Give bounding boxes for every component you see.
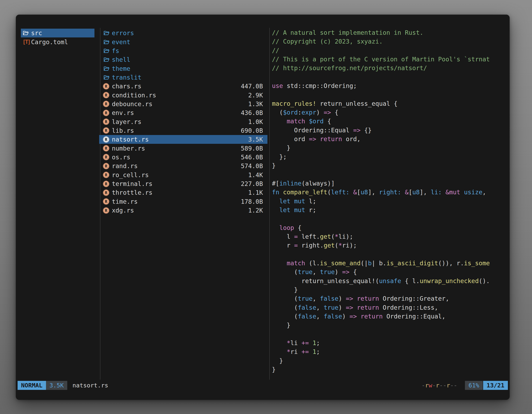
file-row[interactable]: [T]Cargo.toml <box>21 38 95 46</box>
code-line <box>272 170 510 179</box>
folder-open-icon <box>103 39 112 45</box>
file-row[interactable]: Rrand.rs574.0B <box>99 162 267 170</box>
file-size: 1.1K <box>248 189 267 196</box>
file-row[interactable]: Rchars.rs447.0B <box>99 82 267 91</box>
file-size: 227.0B <box>241 180 267 187</box>
mode-badge: NORMAL <box>18 381 46 390</box>
file-name: Cargo.toml <box>31 39 68 46</box>
folder-open-icon <box>103 66 112 72</box>
rust-file-icon: R <box>103 128 112 133</box>
file-size: 1.0K <box>248 118 267 125</box>
rust-file-icon: R <box>103 208 112 213</box>
code-line: fn compare_left(left: &[u8], right: &[u8… <box>272 188 510 197</box>
folder-open-icon <box>103 48 112 54</box>
file-size-badge: 3.5K <box>46 381 67 390</box>
code-line: Ordering::Equal => {} <box>272 126 510 135</box>
file-name: debounce.rs <box>112 100 152 108</box>
file-row[interactable]: event <box>99 38 267 46</box>
file-row[interactable]: Rxdg.rs1.2K <box>99 206 267 215</box>
folder-open-icon <box>103 74 112 81</box>
file-name: terminal.rs <box>112 180 152 187</box>
rust-file-icon: R <box>103 145 112 151</box>
file-row[interactable]: fs <box>99 47 267 55</box>
file-size: 3.5K <box>248 136 267 143</box>
file-size: 1.3K <box>248 100 267 108</box>
code-line: } <box>272 321 510 329</box>
file-name: theme <box>112 65 130 72</box>
file-row[interactable]: Rlayer.rs1.0K <box>99 117 267 126</box>
file-row[interactable]: Ros.rs546.0B <box>99 153 267 162</box>
file-name: number.rs <box>112 145 145 152</box>
preview-pane[interactable]: // A natural sort implementation in Rust… <box>272 28 510 379</box>
code-line: } <box>272 143 510 152</box>
file-row[interactable]: Renv.rs436.0B <box>99 108 267 117</box>
file-row[interactable]: Rnatsort.rs3.5K <box>99 135 267 144</box>
code-line: // This is a port of the C version of Ma… <box>272 55 510 64</box>
rust-file-icon: R <box>103 190 112 195</box>
file-name: chars.rs <box>112 83 142 90</box>
file-row[interactable]: shell <box>99 55 267 64</box>
file-row[interactable]: Rterminal.rs227.0B <box>99 179 267 188</box>
file-size: 574.0B <box>241 163 267 170</box>
file-size: 690.0B <box>241 127 267 134</box>
file-row[interactable]: Rro_cell.rs1.4K <box>99 171 267 179</box>
rust-file-icon: R <box>103 154 112 160</box>
file-size: 2.9K <box>248 92 267 99</box>
code-line: // http://sourcefrog.net/projects/natsor… <box>272 64 510 72</box>
file-position-badge: 13/21 <box>483 381 508 390</box>
scroll-percent-badge: 61% <box>465 381 483 390</box>
terminal-window: src[T]Cargo.toml errorseventfsshelltheme… <box>16 15 510 400</box>
file-row[interactable]: theme <box>99 64 267 73</box>
file-row[interactable]: Rthrottle.rs1.1K <box>99 188 267 197</box>
code-line <box>272 90 510 99</box>
current-pane: errorseventfsshellthemetranslitRchars.rs… <box>99 29 267 215</box>
parent-pane: src[T]Cargo.toml <box>21 29 95 47</box>
file-row[interactable]: errors <box>99 29 267 38</box>
file-row[interactable]: Rnumber.rs589.0B <box>99 144 267 153</box>
code-line: } <box>272 365 510 374</box>
rust-file-icon: R <box>103 199 112 204</box>
file-name: os.rs <box>112 154 130 161</box>
pane-divider <box>269 28 270 380</box>
file-name: rand.rs <box>112 163 138 170</box>
folder-open-icon <box>103 57 112 63</box>
code-line: (true, true) => { <box>272 268 510 276</box>
file-size: 589.0B <box>241 145 267 152</box>
code-line: *ri += 1; <box>272 347 510 356</box>
file-row[interactable]: translit <box>99 73 267 82</box>
folder-open-icon <box>22 30 31 36</box>
rust-file-icon: R <box>103 163 112 169</box>
code-line: } <box>272 356 510 365</box>
rust-file-icon: R <box>103 172 112 178</box>
code-line: r = right.get(*ri); <box>272 241 510 250</box>
status-bar: NORMAL 3.5K natsort.rs -rw-r--r-- 61% 13… <box>16 381 510 390</box>
code-line: loop { <box>272 223 510 232</box>
file-size: 436.0B <box>241 109 267 116</box>
file-permissions: -rw-r--r-- <box>422 381 457 390</box>
file-name: translit <box>112 74 142 81</box>
current-file-name: natsort.rs <box>73 381 108 390</box>
code-line: use std::cmp::Ordering; <box>272 81 510 90</box>
file-row[interactable]: src <box>21 29 95 38</box>
file-name: shell <box>112 56 130 63</box>
file-row[interactable]: Rtime.rs178.0B <box>99 197 267 206</box>
code-line: (false, true) => return Ordering::Less, <box>272 303 510 312</box>
code-line: #[inline(always)] <box>272 179 510 188</box>
file-size: 1.4K <box>248 171 267 179</box>
code-line <box>272 250 510 259</box>
file-row[interactable]: Rdebounce.rs1.3K <box>99 100 267 108</box>
code-line: ($ord:expr) => { <box>272 108 510 117</box>
code-line: match (l.is_some_and(|b| b.is_ascii_digi… <box>272 259 510 268</box>
file-name: env.rs <box>112 109 134 116</box>
code-line: ord => return ord, <box>272 135 510 143</box>
code-line <box>272 73 510 81</box>
status-spacer <box>108 381 421 390</box>
file-row[interactable]: Rcondition.rs2.9K <box>99 91 267 99</box>
file-name: throttle.rs <box>112 189 152 196</box>
toml-file-icon: [T] <box>22 39 31 45</box>
code-line: let mut r; <box>272 206 510 214</box>
file-name: errors <box>112 29 134 37</box>
file-row[interactable]: Rlib.rs690.0B <box>99 126 267 135</box>
code-line: macro_rules! return_unless_equal { <box>272 99 510 108</box>
file-size: 546.0B <box>241 154 267 161</box>
